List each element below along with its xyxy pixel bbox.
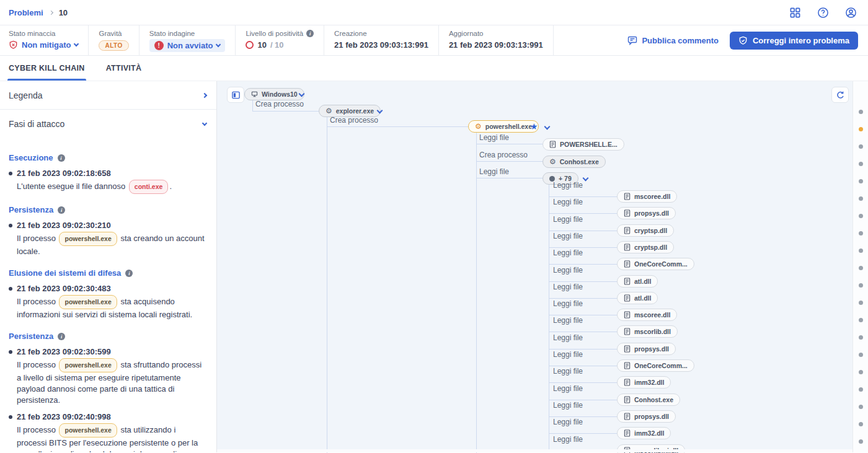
tab-cyber-kill-chain[interactable]: CYBER KILL CHAIN — [9, 56, 85, 81]
field-investigation-status: Stato indagine ! Non avviato — [140, 25, 236, 55]
process-pill[interactable]: powershell.exe — [59, 295, 117, 309]
minimap-dot[interactable] — [859, 318, 863, 322]
graph-node-file[interactable]: propsys.dll — [617, 410, 676, 423]
expand-node-chevron[interactable] — [583, 175, 589, 182]
edge-label-read-file: Leggi file — [553, 435, 583, 444]
event-description: Il processo powershell.exe sta creando u… — [9, 232, 206, 257]
graph-node-endpoint[interactable]: Windows10 — [244, 88, 304, 100]
minimap-dot[interactable] — [859, 127, 863, 131]
breadcrumb: Problemi 10 — [9, 8, 68, 17]
node-label: Conhost.exe — [634, 396, 673, 403]
node-label: imm32.dll — [634, 379, 664, 386]
graph-node-file[interactable]: atl.dll — [617, 275, 658, 288]
info-icon[interactable] — [125, 270, 133, 277]
refresh-graph-button[interactable] — [831, 87, 849, 103]
minimap-dot[interactable] — [859, 248, 863, 253]
file-icon — [624, 328, 631, 335]
node-label: POWERSHELL.E... — [560, 141, 618, 148]
breadcrumb-current: 10 — [59, 8, 68, 17]
expand-node-chevron[interactable] — [544, 124, 551, 130]
edge-label-read-file: Leggi file — [553, 232, 583, 240]
graph-node-file[interactable]: atl.dll — [617, 292, 658, 304]
malicious-file-pill[interactable]: conti.exe — [129, 180, 169, 194]
graph-node-file[interactable]: propsys.dll — [617, 207, 676, 219]
graph-minimap[interactable] — [852, 81, 868, 452]
minimap-dot[interactable] — [859, 422, 863, 426]
bullet-icon — [9, 172, 12, 175]
edge-label-create-process: Crea processo — [330, 116, 378, 125]
graph-node-file[interactable]: mscoree.dll — [617, 309, 677, 321]
graph-node-file[interactable]: imm32.dll — [617, 376, 671, 389]
minimap-dot[interactable] — [859, 196, 863, 201]
refresh-icon — [836, 90, 845, 100]
graph-node-powershell[interactable]: ⚙ powershell.exe — [468, 120, 539, 133]
edge-label-read-file: Leggi file — [553, 181, 583, 190]
graph-node-file[interactable]: propsys.dll — [617, 343, 676, 355]
minimap-dot[interactable] — [859, 283, 863, 288]
publish-comment-button[interactable]: Pubblica commento — [627, 35, 719, 45]
star-icon[interactable]: ★ — [530, 122, 538, 131]
minimap-dot[interactable] — [859, 370, 863, 374]
minimap-dot[interactable] — [859, 110, 863, 114]
info-icon[interactable] — [58, 333, 65, 340]
edge-label-read-file: Leggi file — [553, 350, 583, 359]
graph-node-file[interactable]: mscoree.dll — [617, 190, 677, 203]
node-label: mscorlib.dll — [634, 328, 671, 335]
attack-phases-toggle[interactable]: Fasi di attacco — [0, 110, 216, 138]
updated-timestamp: 21 feb 2023 09:03:13:991 — [449, 40, 543, 50]
minimap-dot[interactable] — [859, 214, 863, 218]
field-label: Creazione — [334, 30, 428, 37]
minimap-dot[interactable] — [859, 335, 863, 340]
legend-toggle[interactable]: Legenda — [0, 81, 216, 110]
graph-node-file[interactable]: OneCoreComm... — [617, 258, 694, 270]
horizontal-scrollbar[interactable] — [217, 449, 852, 452]
minimap-dot[interactable] — [859, 387, 863, 392]
gear-icon: ⚙ — [326, 107, 332, 115]
graph-node-process[interactable]: ⚙ Conhost.exe — [542, 156, 606, 168]
event-description: L'utente esegue il file dannoso conti.ex… — [9, 180, 206, 194]
graph-node-file[interactable]: cryptsp.dll — [617, 224, 674, 237]
graph-node-file[interactable]: POWERSHELL.E... — [542, 138, 624, 151]
graph-node-file[interactable]: imm32.dll — [617, 427, 671, 439]
minimap-dot[interactable] — [859, 231, 863, 235]
gear-icon: ⚙ — [475, 123, 482, 130]
process-pill[interactable]: powershell.exe — [59, 232, 117, 246]
file-icon — [624, 244, 631, 251]
investigation-status-value: Non avviato — [167, 41, 213, 50]
minimap-dot[interactable] — [859, 301, 863, 305]
file-icon — [624, 311, 631, 319]
graph-node-file[interactable]: OneCoreComm... — [617, 359, 694, 372]
minimap-dot[interactable] — [859, 266, 863, 270]
process-pill[interactable]: powershell.exe — [59, 423, 117, 438]
investigation-status-dropdown[interactable]: ! Non avviato — [149, 39, 226, 52]
graph-node-process[interactable]: ⚙ explorer.exe — [319, 105, 381, 117]
side-panel-toggle-button[interactable] — [227, 87, 244, 103]
minimap-dot[interactable] — [859, 439, 863, 444]
tab-attivita[interactable]: ATTIVITÀ — [106, 56, 142, 81]
apps-grid-icon[interactable] — [789, 7, 801, 19]
graph-node-file[interactable]: Conhost.exe — [617, 394, 680, 406]
minimap-dot[interactable] — [859, 179, 863, 183]
help-icon[interactable] — [817, 7, 829, 19]
event-timestamp: 21 feb 2023 09:02:30:210 — [9, 221, 206, 230]
info-icon[interactable] — [306, 30, 314, 37]
graph-node-file[interactable]: cryptsp.dll — [617, 241, 674, 253]
info-icon[interactable] — [58, 154, 65, 162]
fix-issue-button[interactable]: Correggi intero problema — [730, 32, 858, 50]
minimap-dot[interactable] — [859, 353, 863, 357]
graph-node-file[interactable]: mscorlib.dll — [617, 325, 678, 338]
minimap-dot[interactable] — [859, 405, 863, 409]
edge-line — [476, 133, 477, 453]
bullet-icon — [9, 287, 12, 291]
user-account-icon[interactable] — [845, 7, 857, 19]
edge-line — [549, 332, 617, 332]
info-icon[interactable] — [58, 206, 65, 214]
edge-label-create-process: Crea processo — [255, 100, 304, 108]
breadcrumb-root-link[interactable]: Problemi — [9, 8, 43, 17]
minimap-dot[interactable] — [859, 144, 863, 149]
process-graph: Crea processo Crea processo Leggi file C… — [217, 81, 852, 452]
process-pill[interactable]: powershell.exe — [59, 358, 117, 372]
minimap-dot[interactable] — [859, 162, 863, 166]
attack-event: 21 feb 2023 09:02:30:210 Il processo pow… — [9, 221, 206, 257]
threat-status-dropdown[interactable]: Non mitigato — [9, 40, 78, 50]
